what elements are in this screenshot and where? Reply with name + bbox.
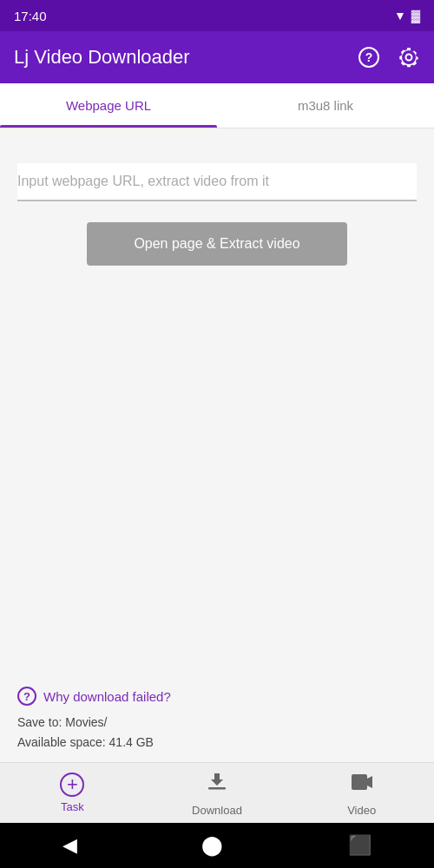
battery-icon: ▓	[411, 9, 420, 23]
why-failed-link[interactable]: ? Why download failed?	[17, 687, 417, 706]
home-button[interactable]: ⬤	[201, 834, 223, 857]
status-icons: ▼ ▓	[394, 9, 420, 23]
main-content: Open page & Extract video	[0, 128, 434, 676]
url-input-container	[17, 163, 417, 201]
settings-icon	[398, 46, 420, 69]
bottom-nav: + Task Download Video	[0, 762, 434, 823]
svg-rect-3	[352, 774, 367, 790]
wifi-icon: ▼	[394, 9, 406, 23]
nav-item-video[interactable]: Video	[289, 763, 434, 823]
app-bar-icons: ?	[358, 46, 420, 69]
tab-webpage-url[interactable]: Webpage URL	[0, 83, 217, 128]
app-bar: Lj Video Downloader ?	[0, 31, 434, 83]
settings-button[interactable]	[398, 46, 420, 69]
sys-nav: ◀ ⬤ ⬛	[0, 823, 434, 868]
status-time: 17:40	[14, 9, 47, 23]
app-title: Lj Video Downloader	[14, 46, 190, 69]
extract-button[interactable]: Open page & Extract video	[87, 222, 347, 266]
tab-bar: Webpage URL m3u8 link	[0, 83, 434, 128]
help-button[interactable]: ?	[358, 46, 380, 69]
video-label: Video	[347, 804, 376, 817]
download-icon	[205, 770, 229, 800]
recents-button[interactable]: ⬛	[348, 834, 372, 857]
nav-item-download[interactable]: Download	[145, 763, 290, 823]
nav-item-task[interactable]: + Task	[0, 763, 145, 823]
back-button[interactable]: ◀	[62, 834, 77, 857]
task-icon: +	[60, 773, 84, 797]
task-label: Task	[61, 800, 84, 813]
save-to-text: Save to: Movies/	[17, 713, 417, 732]
video-icon	[350, 770, 374, 800]
svg-rect-2	[208, 787, 226, 790]
save-info: Save to: Movies/ Available space: 41.4 G…	[17, 713, 417, 752]
svg-marker-4	[367, 776, 372, 788]
status-bar: 17:40 ▼ ▓	[0, 0, 434, 31]
why-failed-icon: ?	[17, 687, 36, 706]
footer-info: ? Why download failed? Save to: Movies/ …	[0, 676, 434, 762]
tab-m3u8-link[interactable]: m3u8 link	[217, 83, 434, 128]
help-icon: ?	[358, 46, 380, 69]
svg-text:?: ?	[365, 50, 373, 64]
download-label: Download	[192, 804, 242, 817]
available-space-text: Available space: 41.4 GB	[17, 733, 417, 752]
url-input[interactable]	[17, 163, 417, 200]
